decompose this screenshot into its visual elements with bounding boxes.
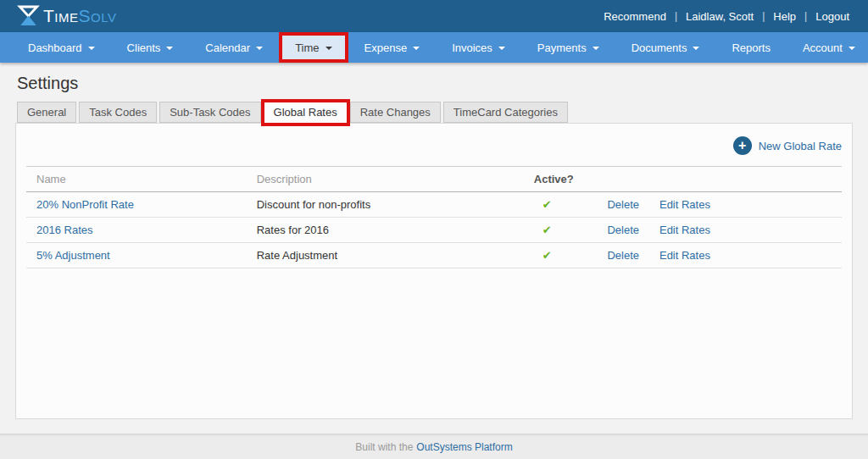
table-header-row: Name Description Active? bbox=[26, 167, 842, 192]
top-header: TimeSolv Recommend | Laidlaw, Scott | He… bbox=[0, 0, 868, 32]
nav-item-calendar[interactable]: Calendar bbox=[189, 32, 279, 63]
caret-down-icon bbox=[88, 47, 95, 50]
current-user-link[interactable]: Laidlaw, Scott bbox=[686, 10, 754, 23]
nav-item-invoices[interactable]: Invoices bbox=[436, 32, 521, 63]
separator: | bbox=[675, 10, 677, 22]
nav-item-payments[interactable]: Payments bbox=[521, 32, 615, 63]
page-title: Settings bbox=[17, 74, 868, 93]
nav-label: Dashboard bbox=[28, 41, 82, 54]
tab-general[interactable]: General bbox=[17, 102, 76, 123]
logo-text-time: Time bbox=[43, 6, 79, 26]
hourglass-logo-icon bbox=[17, 3, 40, 29]
logo-text-solv: Solv bbox=[79, 6, 117, 26]
active-check-icon: ✔ bbox=[534, 224, 552, 236]
global-rates-panel: + New Global Rate Name Description Activ… bbox=[15, 123, 853, 419]
tab-sub-task-codes[interactable]: Sub-Task Codes bbox=[159, 102, 260, 123]
rate-name-link[interactable]: 20% NonProfit Rate bbox=[36, 198, 134, 211]
active-check-icon: ✔ bbox=[534, 249, 552, 262]
nav-label: Account bbox=[803, 41, 843, 54]
column-header-active: Active? bbox=[524, 167, 598, 192]
caret-down-icon bbox=[693, 47, 699, 50]
nav-label: Payments bbox=[537, 41, 587, 54]
caret-down-icon bbox=[593, 47, 599, 50]
rate-name-link[interactable]: 5% Adjustment bbox=[36, 249, 110, 262]
logout-link[interactable]: Logout bbox=[815, 10, 849, 23]
nav-label: Time bbox=[295, 41, 319, 54]
nav-label: Expense bbox=[364, 41, 408, 54]
caret-down-icon bbox=[498, 47, 505, 50]
outsystems-platform-link[interactable]: OutSystems Platform bbox=[416, 441, 512, 453]
rate-description: Rate Adjustment bbox=[247, 243, 524, 268]
footer-text: Built with the bbox=[355, 441, 413, 453]
nav-item-clients[interactable]: Clients bbox=[111, 32, 190, 63]
caret-down-icon bbox=[256, 47, 263, 50]
user-menu: Recommend | Laidlaw, Scott | Help | Logo… bbox=[604, 10, 849, 23]
nav-item-account[interactable]: Account bbox=[787, 32, 868, 63]
active-check-icon: ✔ bbox=[534, 198, 552, 211]
global-rates-table: Name Description Active? 20% NonProfit R… bbox=[26, 166, 842, 268]
separator: | bbox=[804, 10, 807, 22]
caret-down-icon bbox=[166, 47, 173, 50]
caret-down-icon bbox=[849, 47, 855, 50]
new-global-rate-button[interactable]: + New Global Rate bbox=[733, 136, 842, 155]
column-header-description: Description bbox=[247, 167, 524, 192]
nav-label: Reports bbox=[732, 41, 771, 54]
nav-item-documents[interactable]: Documents bbox=[615, 32, 716, 63]
edit-rates-link[interactable]: Edit Rates bbox=[659, 249, 710, 262]
nav-item-reports[interactable]: Reports bbox=[715, 32, 787, 63]
caret-down-icon bbox=[413, 47, 420, 50]
new-global-rate-label: New Global Rate bbox=[759, 140, 842, 152]
main-nav: Dashboard Clients Calendar Time Expense … bbox=[0, 32, 868, 63]
nav-label: Documents bbox=[632, 41, 687, 54]
nav-item-dashboard[interactable]: Dashboard bbox=[12, 32, 111, 63]
rate-name-link[interactable]: 2016 Rates bbox=[36, 224, 93, 236]
caret-down-icon bbox=[326, 47, 332, 50]
tab-rate-changes[interactable]: Rate Changes bbox=[350, 102, 441, 123]
table-row: 2016 Rates Rates for 2016 ✔ Delete Edit … bbox=[26, 218, 842, 243]
tab-task-codes[interactable]: Task Codes bbox=[79, 102, 157, 123]
edit-rates-link[interactable]: Edit Rates bbox=[659, 198, 710, 211]
table-row: 20% NonProfit Rate Discount for non-prof… bbox=[26, 192, 842, 218]
column-header-name: Name bbox=[26, 167, 247, 192]
tab-global-rates[interactable]: Global Rates bbox=[264, 102, 348, 124]
page-footer: Built with the OutSystems Platform bbox=[0, 434, 868, 459]
delete-link[interactable]: Delete bbox=[607, 224, 639, 236]
column-header-actions bbox=[597, 167, 649, 192]
logo-text: TimeSolv bbox=[43, 6, 116, 26]
table-row: 5% Adjustment Rate Adjustment ✔ Delete E… bbox=[26, 243, 842, 268]
plus-icon: + bbox=[733, 136, 752, 155]
help-link[interactable]: Help bbox=[773, 10, 796, 23]
nav-item-time[interactable]: Time bbox=[279, 32, 348, 63]
tab-timecard-categories[interactable]: TimeCard Categories bbox=[443, 102, 568, 123]
timesolv-logo[interactable]: TimeSolv bbox=[17, 3, 116, 29]
edit-rates-link[interactable]: Edit Rates bbox=[659, 224, 710, 236]
nav-label: Invoices bbox=[452, 41, 492, 54]
delete-link[interactable]: Delete bbox=[607, 249, 639, 262]
rate-description: Discount for non-profits bbox=[247, 192, 524, 218]
column-header-actions2 bbox=[649, 167, 842, 192]
rate-description: Rates for 2016 bbox=[247, 218, 524, 243]
delete-link[interactable]: Delete bbox=[607, 198, 639, 211]
panel-toolbar: + New Global Rate bbox=[26, 130, 842, 161]
recommend-link[interactable]: Recommend bbox=[604, 10, 666, 23]
separator: | bbox=[762, 10, 765, 22]
nav-label: Clients bbox=[127, 41, 161, 54]
nav-label: Calendar bbox=[205, 41, 250, 54]
nav-item-expense[interactable]: Expense bbox=[348, 32, 437, 63]
settings-tabs: General Task Codes Sub-Task Codes Global… bbox=[17, 102, 868, 123]
